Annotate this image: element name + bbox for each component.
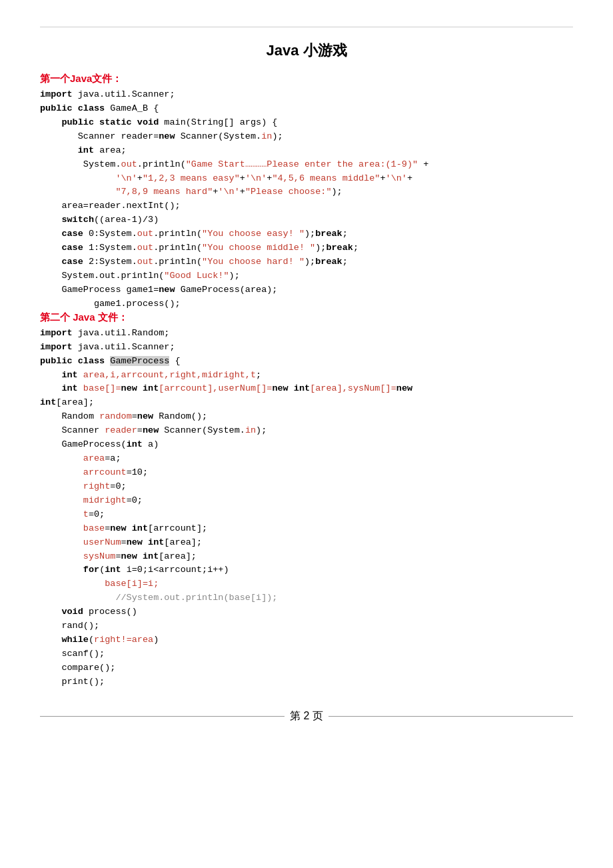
top-line xyxy=(40,27,573,27)
code-block-1: import java.util.Scanner; public class G… xyxy=(40,88,573,311)
bottom-line-container: 第 2 页 xyxy=(40,709,573,723)
section2-label: 第二个 Java 文件： xyxy=(40,311,573,324)
bottom-line xyxy=(40,716,285,717)
bottom-line-right xyxy=(328,716,573,717)
code-block-2: import java.util.Random; import java.uti… xyxy=(40,327,573,689)
section1-label: 第一个Java文件： xyxy=(40,73,573,85)
page-number: 第 2 页 xyxy=(290,709,323,723)
page-title: Java 小游戏 xyxy=(40,41,573,61)
